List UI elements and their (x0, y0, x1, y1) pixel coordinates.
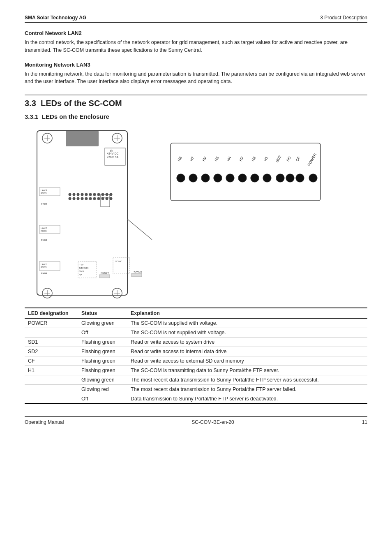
svg-text:FX04: FX04 (41, 203, 47, 205)
svg-text:SD2: SD2 (275, 155, 282, 163)
table-row: Glowing greenThe most recent data transm… (25, 375, 367, 385)
svg-point-81 (189, 174, 197, 182)
svg-text:±20% 3A: ±20% 3A (107, 156, 119, 159)
section-body-lan2: In the control network, the specificatio… (25, 39, 367, 54)
svg-text:+: + (79, 277, 81, 279)
svg-point-34 (110, 193, 113, 196)
cell-status: Flashing green (78, 338, 127, 347)
cell-status: Glowing green (78, 375, 127, 385)
svg-rect-55 (99, 275, 110, 278)
svg-text:H3: H3 (238, 156, 244, 162)
table-header-status: Status (78, 308, 127, 319)
svg-point-88 (276, 174, 284, 182)
svg-rect-38 (101, 194, 110, 207)
cell-explanation: Data transmission to Sunny Portal/the FT… (127, 394, 367, 404)
table-row: Glowing redThe most recent data transmis… (25, 385, 367, 394)
cell-status: Flashing green (78, 356, 127, 366)
svg-text:CF: CF (295, 155, 301, 162)
svg-point-20 (85, 193, 88, 196)
table-row: SD2Flashing greenRead or write access to… (25, 347, 367, 356)
cell-led (25, 328, 78, 338)
svg-point-21 (89, 193, 92, 196)
svg-text:H1: H1 (263, 156, 269, 162)
device-diagram: +24V DC ±20% 3A ⊕ LAN3 FX03 FX04 (25, 127, 164, 303)
svg-text:H4: H4 (226, 156, 232, 162)
page-header: SMA Solar Technology AG 3 Product Descri… (25, 15, 367, 23)
svg-text:SDHC: SDHC (115, 260, 122, 263)
table-row: POWERGlowing greenThe SC-COM is supplied… (25, 319, 367, 328)
cell-explanation: The SC-COM is transmitting data to Sunny… (127, 366, 367, 375)
cell-led (25, 394, 78, 404)
svg-rect-40 (39, 225, 60, 234)
svg-point-23 (97, 193, 100, 196)
subsection-title: 3.3.1 LEDs on the Enclosure (25, 113, 367, 120)
cell-explanation: The SC-COM is not supplied with voltage. (127, 328, 367, 338)
cell-explanation: Read or write access to internal data dr… (127, 347, 367, 356)
svg-text:H8: H8 (177, 156, 182, 162)
cell-explanation: The SC-COM is supplied with voltage. (127, 319, 367, 328)
svg-point-27 (81, 197, 84, 200)
svg-point-86 (251, 174, 259, 182)
table-row: H1Flashing greenThe SC-COM is transmitti… (25, 366, 367, 375)
svg-point-25 (73, 197, 76, 200)
svg-rect-7 (66, 131, 99, 146)
svg-text:POWER: POWER (307, 153, 318, 167)
svg-point-31 (97, 197, 100, 200)
cell-led (25, 375, 78, 385)
svg-point-22 (93, 193, 96, 196)
svg-text:FX84: FX84 (41, 272, 47, 275)
svg-point-26 (77, 197, 80, 200)
svg-point-29 (89, 197, 92, 200)
svg-text:FX03: FX03 (41, 230, 47, 232)
table-header-led: LED designation (25, 308, 78, 319)
cell-explanation: The most recent data transmission to Sun… (127, 375, 367, 385)
cell-led: H1 (25, 366, 78, 375)
cell-status: Flashing green (78, 347, 127, 356)
svg-point-83 (214, 174, 222, 182)
svg-text:H6: H6 (201, 156, 207, 162)
table-row: OffData transmission to Sunny Portal/the… (25, 394, 367, 404)
footer-center: SC-COM-BE-en-20 (191, 419, 234, 425)
table-header-explanation: Explanation (127, 308, 367, 319)
svg-point-17 (73, 193, 76, 196)
header-right: 3 Product Description (320, 15, 367, 21)
svg-point-35 (101, 197, 104, 200)
svg-rect-67 (171, 143, 321, 201)
cell-led: SD2 (25, 347, 78, 356)
svg-point-16 (69, 193, 71, 196)
cell-led: POWER (25, 319, 78, 328)
svg-text:SD: SD (286, 155, 292, 162)
table-row: CFFlashing greenRead or write access to … (25, 356, 367, 366)
svg-text:UTI/RUN: UTI/RUN (79, 267, 88, 269)
footer-right: 11 (362, 419, 367, 425)
diagram-container: +24V DC ±20% 3A ⊕ LAN3 FX03 FX04 (25, 127, 367, 303)
cell-explanation: Read or write access to external SD card… (127, 356, 367, 366)
cell-status: Flashing green (78, 366, 127, 375)
led-panel-diagram: H8 H7 H6 H5 H4 H3 H2 H1 SD2 (168, 127, 316, 210)
cell-status: Glowing red (78, 385, 127, 394)
svg-text:3.4V: 3.4V (79, 270, 84, 273)
cell-status: Glowing green (78, 319, 127, 328)
section-heading-lan3: Monitoring Network LAN3 (25, 62, 367, 68)
cell-led (25, 385, 78, 394)
svg-point-82 (201, 174, 210, 182)
cell-status: Off (78, 328, 127, 338)
svg-point-36 (106, 197, 108, 200)
led-panel-svg: H8 H7 H6 H5 H4 H3 H2 H1 SD2 (168, 127, 325, 209)
svg-rect-59 (131, 273, 142, 277)
svg-text:H7: H7 (189, 156, 195, 162)
svg-text:FX03: FX03 (41, 266, 47, 268)
svg-text:4A: 4A (79, 273, 82, 276)
table-row: SD1Flashing greenRead or write access to… (25, 338, 367, 347)
svg-point-91 (309, 174, 317, 182)
svg-text:TTY: TTY (79, 264, 84, 266)
svg-text:LAN2: LAN2 (41, 227, 47, 229)
svg-text:LAN3: LAN3 (41, 189, 47, 192)
svg-point-37 (110, 197, 113, 200)
page: SMA Solar Technology AG 3 Product Descri… (0, 0, 392, 555)
svg-text:FX04: FX04 (41, 239, 47, 241)
svg-point-90 (296, 174, 304, 182)
cell-explanation: Read or write access to system drive (127, 338, 367, 347)
led-table: LED designation Status Explanation POWER… (25, 308, 367, 404)
svg-text:FX03: FX03 (41, 192, 47, 194)
